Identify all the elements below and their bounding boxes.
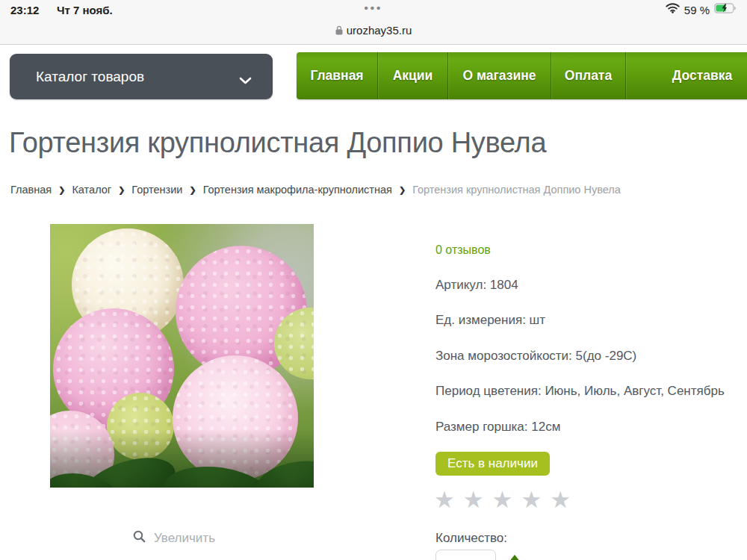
attribute-unit: Ед. измерения: шт [436, 313, 545, 328]
chevron-right-icon: ❯ [189, 185, 196, 195]
battery-percent: 59 % [684, 4, 710, 16]
chevron-down-icon [239, 74, 252, 87]
star-icon[interactable]: ★ [463, 487, 492, 513]
image-bottom-shade [50, 224, 314, 488]
breadcrumb-hydrangeas[interactable]: Гортензии [131, 184, 182, 196]
breadcrumb-current: Гортензия крупнолистная Доппио Нувела [412, 184, 621, 196]
menu-item-promotions[interactable]: Акции [377, 52, 447, 99]
star-icon[interactable]: ★ [550, 487, 579, 513]
star-icon[interactable]: ★ [492, 487, 521, 513]
quantity-label: Количество: [436, 531, 507, 546]
chevron-right-icon: ❯ [118, 185, 125, 195]
catalog-dropdown-label: Каталог товаров [36, 69, 144, 85]
star-icon[interactable]: ★ [521, 487, 550, 513]
quantity-input[interactable] [436, 550, 496, 560]
safari-toolbar: 23:12 Чт 7 нояб. ••• urozhay35.ru 59 % [0, 0, 747, 45]
page-title: Гортензия крупнолистная Доппио Нувела [9, 127, 546, 159]
safari-tabs-icon[interactable]: ••• [0, 1, 747, 14]
breadcrumb-catalog[interactable]: Каталог [72, 184, 111, 196]
attribute-bloom-period: Период цветения: Июнь, Июль, Август, Сен… [436, 384, 725, 399]
rating-stars: ★★★★★ [434, 486, 579, 514]
magnifier-icon [133, 530, 146, 546]
breadcrumb-macrophylla[interactable]: Гортензия макрофила-крупнолистная [203, 184, 392, 196]
attribute-hardiness-zone: Зона морозостойкости: 5(до -29С) [436, 349, 636, 364]
menu-item-payment[interactable]: Оплата [551, 52, 625, 99]
address-url: urozhay35.ru [347, 24, 412, 37]
image-zoom-link[interactable]: Увеличить [133, 530, 215, 546]
menu-item-delivery[interactable]: Доставка [625, 52, 747, 99]
star-icon[interactable]: ★ [434, 487, 463, 513]
main-menu: Главная Акции О магазине Оплата Доставка [297, 52, 747, 99]
reviews-link[interactable]: 0 отзывов [436, 243, 491, 257]
breadcrumb-home[interactable]: Главная [10, 184, 52, 196]
lock-icon [335, 24, 347, 37]
quantity-increase-arrow-icon[interactable] [509, 555, 521, 560]
chevron-right-icon: ❯ [58, 185, 65, 195]
availability-badge: Есть в наличии [436, 452, 550, 476]
address-bar[interactable]: urozhay35.ru [0, 24, 747, 37]
screen: 23:12 Чт 7 нояб. ••• urozhay35.ru 59 % К… [0, 0, 747, 560]
image-zoom-label: Увеличить [154, 531, 215, 546]
menu-item-about[interactable]: О магазине [447, 52, 551, 99]
catalog-dropdown-button[interactable]: Каталог товаров [10, 54, 273, 99]
attribute-pot-size: Размер горшка: 12см [436, 420, 560, 435]
wifi-icon [666, 3, 680, 16]
attribute-sku: Артикул: 1804 [436, 278, 518, 293]
breadcrumb: Главная❯Каталог❯Гортензии❯Гортензия макр… [10, 184, 621, 196]
status-right-cluster: 59 % [666, 3, 737, 16]
chevron-right-icon: ❯ [399, 185, 406, 195]
battery-charging-icon [714, 3, 737, 16]
product-image[interactable] [50, 224, 314, 488]
menu-item-home[interactable]: Главная [297, 52, 377, 99]
